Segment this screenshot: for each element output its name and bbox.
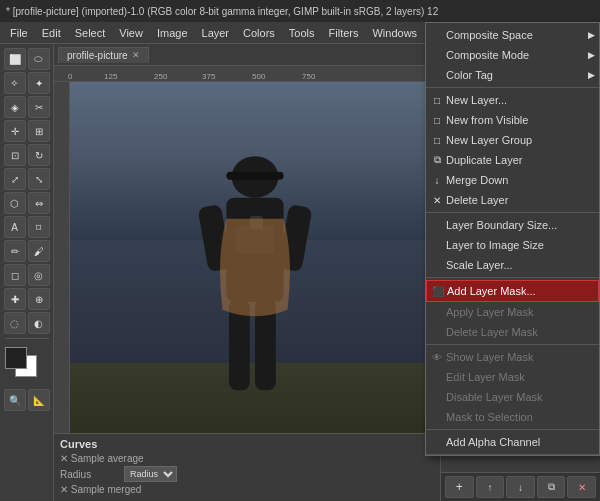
flip-tool[interactable]: ⇔ (28, 192, 50, 214)
clone-tool[interactable]: ⊕ (28, 288, 50, 310)
ctx-delete-layer-mask-label: Delete Layer Mask (446, 326, 538, 338)
ctx-disable-layer-mask-label: Disable Layer Mask (446, 391, 543, 403)
path-tool[interactable]: ⌑ (28, 216, 50, 238)
menu-edit[interactable]: Edit (36, 25, 67, 41)
context-menu: Composite Space ▶ Composite Mode ▶ Color… (425, 22, 600, 456)
ctx-new-from-visible-label: New from Visible (446, 114, 528, 126)
layer-boundary-size-icon (430, 218, 444, 232)
tool-row-1: ⬜ ⬭ (4, 48, 50, 70)
crop-tool[interactable]: ⊡ (4, 144, 26, 166)
disable-layer-mask-icon (430, 390, 444, 404)
text-tool[interactable]: A (4, 216, 26, 238)
ctx-add-alpha-channel[interactable]: Add Alpha Channel (426, 432, 599, 452)
ctx-new-layer-group[interactable]: □ New Layer Group (426, 130, 599, 150)
duplicate-layer-btn[interactable]: ⧉ (537, 476, 566, 498)
new-layer-btn[interactable]: + (445, 476, 474, 498)
delete-layer-btn[interactable]: ✕ (567, 476, 596, 498)
ctx-layer-to-image-size-label: Layer to Image Size (446, 239, 544, 251)
ctx-new-layer[interactable]: □ New Layer... (426, 90, 599, 110)
menu-select[interactable]: Select (69, 25, 112, 41)
ctx-layer-boundary-size[interactable]: Layer Boundary Size... (426, 215, 599, 235)
menu-colors[interactable]: Colors (237, 25, 281, 41)
radius-select[interactable]: Radius (124, 466, 177, 482)
curves-title: Curves (60, 438, 434, 450)
ctx-new-from-visible[interactable]: □ New from Visible (426, 110, 599, 130)
tool-row-9: ✏ 🖌 (4, 240, 50, 262)
composite-space-icon (430, 28, 444, 42)
ctx-add-alpha-channel-label: Add Alpha Channel (446, 436, 540, 448)
sample-merged-label: ✕ Sample merged (60, 484, 141, 495)
blur-tool[interactable]: ◌ (4, 312, 26, 334)
ctx-layer-to-image-size[interactable]: Layer to Image Size (426, 235, 599, 255)
ellipse-select-tool[interactable]: ⬭ (28, 48, 50, 70)
ctx-composite-space-label: Composite Space (446, 29, 533, 41)
ctx-color-tag[interactable]: Color Tag ▶ (426, 65, 599, 85)
ctx-duplicate-layer[interactable]: ⧉ Duplicate Layer (426, 150, 599, 170)
ctx-composite-space[interactable]: Composite Space ▶ (426, 25, 599, 45)
raise-layer-btn[interactable]: ↑ (476, 476, 505, 498)
scissors-select-tool[interactable]: ✂ (28, 96, 50, 118)
canvas-tab-photo[interactable]: profile-picture ✕ (58, 47, 149, 63)
shear-tool[interactable]: ⤡ (28, 168, 50, 190)
rotate-tool[interactable]: ↻ (28, 144, 50, 166)
ctx-mask-to-selection: Mask to Selection (426, 407, 599, 427)
airbrush-tool[interactable]: ◎ (28, 264, 50, 286)
new-layer-group-icon: □ (430, 133, 444, 147)
ctx-scale-layer[interactable]: Scale Layer... (426, 255, 599, 275)
select-by-color-tool[interactable]: ◈ (4, 96, 26, 118)
dodge-tool[interactable]: ◐ (28, 312, 50, 334)
menu-image[interactable]: Image (151, 25, 194, 41)
ctx-delete-layer-label: Delete Layer (446, 194, 508, 206)
canvas-tab-label: profile-picture (67, 50, 128, 61)
tool-row-7: ⬡ ⇔ (4, 192, 50, 214)
tool-row-5: ⊡ ↻ (4, 144, 50, 166)
ctx-composite-mode[interactable]: Composite Mode ▶ (426, 45, 599, 65)
lower-layer-btn[interactable]: ↓ (506, 476, 535, 498)
ctx-duplicate-layer-label: Duplicate Layer (446, 154, 522, 166)
ctx-section-mask-edit: 👁 Show Layer Mask Edit Layer Mask Disabl… (426, 345, 599, 430)
zoom-tool[interactable]: 🔍 (4, 389, 26, 411)
ruler-mark-375: 375 (202, 72, 215, 81)
menu-filters[interactable]: Filters (323, 25, 365, 41)
ctx-show-layer-mask: 👁 Show Layer Mask (426, 347, 599, 367)
brush-tool[interactable]: 🖌 (28, 240, 50, 262)
scale-tool[interactable]: ⤢ (4, 168, 26, 190)
toolbox: ⬜ ⬭ ⟡ ✦ ◈ ✂ ✛ ⊞ ⊡ ↻ ⤢ ⤡ ⬡ ⇔ A ⌑ (0, 44, 54, 501)
foreground-color-swatch[interactable] (5, 347, 27, 369)
ruler-v-area (54, 82, 440, 433)
ctx-add-layer-mask-label: Add Layer Mask... (447, 285, 536, 297)
perspective-tool[interactable]: ⬡ (4, 192, 26, 214)
menu-view[interactable]: View (113, 25, 149, 41)
sample-merged-field: ✕ Sample merged (60, 484, 434, 495)
canvas-tab-close[interactable]: ✕ (132, 50, 140, 60)
pencil-tool[interactable]: ✏ (4, 240, 26, 262)
ctx-section-layer-mask: ⬛ Add Layer Mask... Apply Layer Mask Del… (426, 278, 599, 345)
ctx-show-layer-mask-label: Show Layer Mask (446, 351, 533, 363)
mask-to-selection-icon (430, 410, 444, 424)
delete-layer-icon: ✕ (430, 193, 444, 207)
move-tool[interactable]: ✛ (4, 120, 26, 142)
menu-windows[interactable]: Windows (366, 25, 423, 41)
menu-file[interactable]: File (4, 25, 34, 41)
add-alpha-channel-icon (430, 435, 444, 449)
ctx-new-layer-label: New Layer... (446, 94, 507, 106)
rect-select-tool[interactable]: ⬜ (4, 48, 26, 70)
ctx-merge-down-label: Merge Down (446, 174, 508, 186)
ctx-delete-layer-mask: Delete Layer Mask (426, 322, 599, 342)
eraser-tool[interactable]: ◻ (4, 264, 26, 286)
ctx-add-layer-mask[interactable]: ⬛ Add Layer Mask... (426, 280, 599, 302)
menu-layer[interactable]: Layer (196, 25, 236, 41)
ctx-merge-down[interactable]: ↓ Merge Down (426, 170, 599, 190)
toolbox-divider (5, 338, 49, 339)
fuzzy-select-tool[interactable]: ✦ (28, 72, 50, 94)
ctx-delete-layer[interactable]: ✕ Delete Layer (426, 190, 599, 210)
heal-tool[interactable]: ✚ (4, 288, 26, 310)
canvas-viewport[interactable] (70, 82, 440, 433)
radius-field: Radius Radius (60, 466, 434, 482)
menu-tools[interactable]: Tools (283, 25, 321, 41)
ruler-mark-125: 125 (104, 72, 117, 81)
alignment-tool[interactable]: ⊞ (28, 120, 50, 142)
ctx-new-layer-group-label: New Layer Group (446, 134, 532, 146)
free-select-tool[interactable]: ⟡ (4, 72, 26, 94)
measure-tool[interactable]: 📐 (28, 389, 50, 411)
